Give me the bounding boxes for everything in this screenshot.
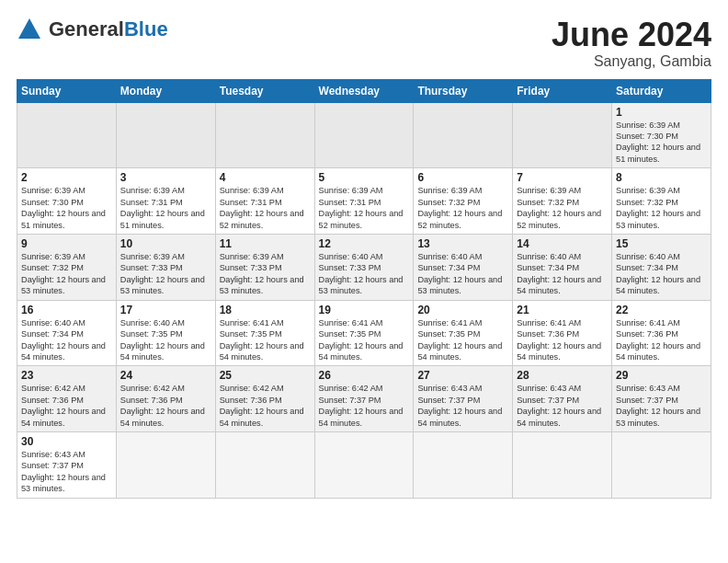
day-cell: 18Sunrise: 6:41 AM Sunset: 7:35 PM Dayli… xyxy=(215,300,314,366)
day-info: Sunrise: 6:42 AM Sunset: 7:37 PM Dayligh… xyxy=(319,383,410,429)
day-cell: 28Sunrise: 6:43 AM Sunset: 7:37 PM Dayli… xyxy=(513,366,612,432)
calendar-title: June 2024 xyxy=(552,17,711,53)
day-info: Sunrise: 6:42 AM Sunset: 7:36 PM Dayligh… xyxy=(120,383,211,429)
day-cell: 30Sunrise: 6:43 AM Sunset: 7:37 PM Dayli… xyxy=(17,432,117,499)
day-info: Sunrise: 6:39 AM Sunset: 7:31 PM Dayligh… xyxy=(220,185,311,231)
day-cell: 3Sunrise: 6:39 AM Sunset: 7:31 PM Daylig… xyxy=(116,168,215,235)
day-info: Sunrise: 6:39 AM Sunset: 7:33 PM Dayligh… xyxy=(220,251,311,297)
day-number: 10 xyxy=(120,237,211,250)
logo: GeneralBlue xyxy=(17,17,168,42)
week-row-3: 9Sunrise: 6:39 AM Sunset: 7:32 PM Daylig… xyxy=(17,234,711,300)
day-cell xyxy=(314,432,414,499)
day-number: 14 xyxy=(517,237,608,250)
day-info: Sunrise: 6:39 AM Sunset: 7:30 PM Dayligh… xyxy=(21,185,112,231)
day-cell: 29Sunrise: 6:43 AM Sunset: 7:37 PM Dayli… xyxy=(612,366,711,432)
weekday-thursday: Thursday xyxy=(414,79,513,102)
logo-text: GeneralBlue xyxy=(49,17,168,41)
day-cell: 2Sunrise: 6:39 AM Sunset: 7:30 PM Daylig… xyxy=(17,168,117,235)
day-number: 5 xyxy=(319,171,410,184)
day-info: Sunrise: 6:39 AM Sunset: 7:31 PM Dayligh… xyxy=(120,185,211,231)
day-cell: 24Sunrise: 6:42 AM Sunset: 7:36 PM Dayli… xyxy=(116,366,215,432)
weekday-monday: Monday xyxy=(116,79,215,102)
day-number: 16 xyxy=(21,304,112,316)
day-info: Sunrise: 6:39 AM Sunset: 7:32 PM Dayligh… xyxy=(517,185,608,231)
day-cell: 11Sunrise: 6:39 AM Sunset: 7:33 PM Dayli… xyxy=(215,234,314,300)
day-cell xyxy=(116,102,215,168)
calendar-page: GeneralBlue June 2024 Sanyang, Gambia Su… xyxy=(0,0,728,508)
day-info: Sunrise: 6:39 AM Sunset: 7:30 PM Dayligh… xyxy=(616,120,707,166)
day-cell: 20Sunrise: 6:41 AM Sunset: 7:35 PM Dayli… xyxy=(414,300,513,366)
day-number: 28 xyxy=(517,369,608,382)
day-info: Sunrise: 6:42 AM Sunset: 7:36 PM Dayligh… xyxy=(21,383,112,429)
day-info: Sunrise: 6:40 AM Sunset: 7:33 PM Dayligh… xyxy=(319,251,410,297)
title-area: June 2024 Sanyang, Gambia xyxy=(552,17,711,70)
week-row-1: 1Sunrise: 6:39 AM Sunset: 7:30 PM Daylig… xyxy=(17,102,711,168)
day-cell: 25Sunrise: 6:42 AM Sunset: 7:36 PM Dayli… xyxy=(215,366,314,432)
day-number: 12 xyxy=(319,237,410,250)
day-info: Sunrise: 6:40 AM Sunset: 7:34 PM Dayligh… xyxy=(417,251,508,297)
header: GeneralBlue June 2024 Sanyang, Gambia xyxy=(17,17,711,70)
day-cell: 27Sunrise: 6:43 AM Sunset: 7:37 PM Dayli… xyxy=(414,366,513,432)
calendar-subtitle: Sanyang, Gambia xyxy=(552,53,711,70)
day-cell xyxy=(215,102,314,168)
day-cell xyxy=(612,432,711,499)
day-cell: 5Sunrise: 6:39 AM Sunset: 7:31 PM Daylig… xyxy=(314,168,414,235)
day-cell: 13Sunrise: 6:40 AM Sunset: 7:34 PM Dayli… xyxy=(414,234,513,300)
day-cell xyxy=(314,102,414,168)
logo-blue: Blue xyxy=(124,17,168,40)
weekday-wednesday: Wednesday xyxy=(314,79,414,102)
day-cell: 4Sunrise: 6:39 AM Sunset: 7:31 PM Daylig… xyxy=(215,168,314,235)
weekday-saturday: Saturday xyxy=(612,79,711,102)
day-cell: 12Sunrise: 6:40 AM Sunset: 7:33 PM Dayli… xyxy=(314,234,414,300)
day-number: 23 xyxy=(21,369,112,382)
day-number: 26 xyxy=(319,369,410,382)
day-number: 20 xyxy=(417,304,508,316)
day-cell: 22Sunrise: 6:41 AM Sunset: 7:36 PM Dayli… xyxy=(612,300,711,366)
day-info: Sunrise: 6:40 AM Sunset: 7:35 PM Dayligh… xyxy=(120,317,211,363)
calendar-table: SundayMondayTuesdayWednesdayThursdayFrid… xyxy=(17,79,711,499)
day-info: Sunrise: 6:40 AM Sunset: 7:34 PM Dayligh… xyxy=(517,251,608,297)
day-number: 9 xyxy=(21,237,112,250)
day-number: 30 xyxy=(21,435,112,448)
day-number: 6 xyxy=(417,171,508,184)
day-number: 19 xyxy=(319,304,410,316)
day-number: 21 xyxy=(517,304,608,316)
day-info: Sunrise: 6:41 AM Sunset: 7:35 PM Dayligh… xyxy=(220,317,311,363)
day-cell: 23Sunrise: 6:42 AM Sunset: 7:36 PM Dayli… xyxy=(17,366,117,432)
day-cell: 9Sunrise: 6:39 AM Sunset: 7:32 PM Daylig… xyxy=(17,234,117,300)
day-info: Sunrise: 6:40 AM Sunset: 7:34 PM Dayligh… xyxy=(616,251,707,297)
day-number: 8 xyxy=(616,171,707,184)
day-info: Sunrise: 6:39 AM Sunset: 7:32 PM Dayligh… xyxy=(417,185,508,231)
day-cell xyxy=(116,432,215,499)
day-cell: 7Sunrise: 6:39 AM Sunset: 7:32 PM Daylig… xyxy=(513,168,612,235)
weekday-tuesday: Tuesday xyxy=(215,79,314,102)
day-info: Sunrise: 6:41 AM Sunset: 7:36 PM Dayligh… xyxy=(616,317,707,363)
day-info: Sunrise: 6:41 AM Sunset: 7:35 PM Dayligh… xyxy=(417,317,508,363)
week-row-6: 30Sunrise: 6:43 AM Sunset: 7:37 PM Dayli… xyxy=(17,432,711,499)
day-cell xyxy=(513,432,612,499)
day-number: 2 xyxy=(21,171,112,184)
day-number: 22 xyxy=(616,304,707,316)
day-cell xyxy=(414,102,513,168)
day-number: 27 xyxy=(417,369,508,382)
day-number: 29 xyxy=(616,369,707,382)
day-info: Sunrise: 6:43 AM Sunset: 7:37 PM Dayligh… xyxy=(21,449,112,495)
week-row-4: 16Sunrise: 6:40 AM Sunset: 7:34 PM Dayli… xyxy=(17,300,711,366)
day-cell: 26Sunrise: 6:42 AM Sunset: 7:37 PM Dayli… xyxy=(314,366,414,432)
day-cell xyxy=(513,102,612,168)
week-row-5: 23Sunrise: 6:42 AM Sunset: 7:36 PM Dayli… xyxy=(17,366,711,432)
day-number: 13 xyxy=(417,237,508,250)
day-cell: 1Sunrise: 6:39 AM Sunset: 7:30 PM Daylig… xyxy=(612,102,711,168)
weekday-friday: Friday xyxy=(513,79,612,102)
day-cell xyxy=(17,102,117,168)
day-number: 1 xyxy=(616,106,707,119)
day-number: 7 xyxy=(517,171,608,184)
day-cell: 6Sunrise: 6:39 AM Sunset: 7:32 PM Daylig… xyxy=(414,168,513,235)
day-cell: 8Sunrise: 6:39 AM Sunset: 7:32 PM Daylig… xyxy=(612,168,711,235)
weekday-sunday: Sunday xyxy=(17,79,117,102)
day-info: Sunrise: 6:39 AM Sunset: 7:32 PM Dayligh… xyxy=(21,251,112,297)
day-number: 15 xyxy=(616,237,707,250)
logo-svg xyxy=(17,17,42,42)
day-number: 18 xyxy=(220,304,311,316)
day-info: Sunrise: 6:40 AM Sunset: 7:34 PM Dayligh… xyxy=(21,317,112,363)
